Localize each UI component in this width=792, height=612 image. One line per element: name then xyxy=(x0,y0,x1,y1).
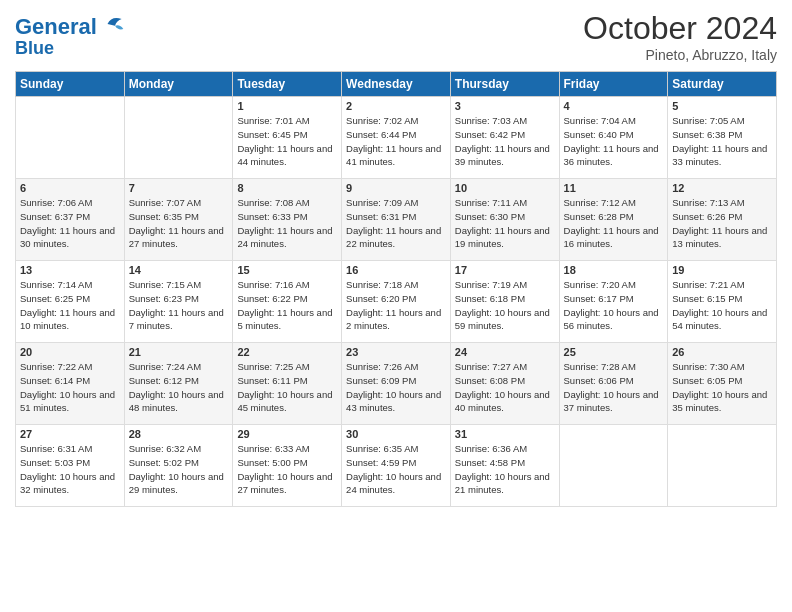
calendar-cell: 24Sunrise: 7:27 AMSunset: 6:08 PMDayligh… xyxy=(450,343,559,425)
day-number: 7 xyxy=(129,182,229,194)
day-number: 6 xyxy=(20,182,120,194)
day-number: 1 xyxy=(237,100,337,112)
header-day-tuesday: Tuesday xyxy=(233,72,342,97)
header-day-sunday: Sunday xyxy=(16,72,125,97)
header-day-thursday: Thursday xyxy=(450,72,559,97)
day-info: Sunrise: 6:31 AMSunset: 5:03 PMDaylight:… xyxy=(20,442,120,497)
calendar-cell: 1Sunrise: 7:01 AMSunset: 6:45 PMDaylight… xyxy=(233,97,342,179)
subtitle: Pineto, Abruzzo, Italy xyxy=(583,47,777,63)
day-number: 21 xyxy=(129,346,229,358)
logo-icon xyxy=(105,14,125,34)
calendar-cell: 7Sunrise: 7:07 AMSunset: 6:35 PMDaylight… xyxy=(124,179,233,261)
title-block: October 2024 Pineto, Abruzzo, Italy xyxy=(583,10,777,63)
calendar-cell: 11Sunrise: 7:12 AMSunset: 6:28 PMDayligh… xyxy=(559,179,668,261)
day-info: Sunrise: 7:04 AMSunset: 6:40 PMDaylight:… xyxy=(564,114,664,169)
day-number: 3 xyxy=(455,100,555,112)
calendar-cell: 16Sunrise: 7:18 AMSunset: 6:20 PMDayligh… xyxy=(342,261,451,343)
day-number: 19 xyxy=(672,264,772,276)
calendar-cell: 20Sunrise: 7:22 AMSunset: 6:14 PMDayligh… xyxy=(16,343,125,425)
calendar-cell: 19Sunrise: 7:21 AMSunset: 6:15 PMDayligh… xyxy=(668,261,777,343)
day-info: Sunrise: 6:35 AMSunset: 4:59 PMDaylight:… xyxy=(346,442,446,497)
day-number: 24 xyxy=(455,346,555,358)
day-number: 26 xyxy=(672,346,772,358)
day-number: 13 xyxy=(20,264,120,276)
day-info: Sunrise: 7:30 AMSunset: 6:05 PMDaylight:… xyxy=(672,360,772,415)
calendar-cell: 6Sunrise: 7:06 AMSunset: 6:37 PMDaylight… xyxy=(16,179,125,261)
calendar-cell: 13Sunrise: 7:14 AMSunset: 6:25 PMDayligh… xyxy=(16,261,125,343)
logo-blue: Blue xyxy=(15,39,125,59)
calendar-cell xyxy=(16,97,125,179)
week-row-2: 13Sunrise: 7:14 AMSunset: 6:25 PMDayligh… xyxy=(16,261,777,343)
calendar-cell: 5Sunrise: 7:05 AMSunset: 6:38 PMDaylight… xyxy=(668,97,777,179)
day-info: Sunrise: 7:07 AMSunset: 6:35 PMDaylight:… xyxy=(129,196,229,251)
day-info: Sunrise: 7:27 AMSunset: 6:08 PMDaylight:… xyxy=(455,360,555,415)
week-row-1: 6Sunrise: 7:06 AMSunset: 6:37 PMDaylight… xyxy=(16,179,777,261)
day-info: Sunrise: 7:03 AMSunset: 6:42 PMDaylight:… xyxy=(455,114,555,169)
day-info: Sunrise: 7:28 AMSunset: 6:06 PMDaylight:… xyxy=(564,360,664,415)
header-day-saturday: Saturday xyxy=(668,72,777,97)
day-info: Sunrise: 7:19 AMSunset: 6:18 PMDaylight:… xyxy=(455,278,555,333)
calendar-cell: 30Sunrise: 6:35 AMSunset: 4:59 PMDayligh… xyxy=(342,425,451,507)
calendar-cell: 25Sunrise: 7:28 AMSunset: 6:06 PMDayligh… xyxy=(559,343,668,425)
day-number: 15 xyxy=(237,264,337,276)
day-number: 18 xyxy=(564,264,664,276)
calendar-cell: 23Sunrise: 7:26 AMSunset: 6:09 PMDayligh… xyxy=(342,343,451,425)
calendar-cell: 3Sunrise: 7:03 AMSunset: 6:42 PMDaylight… xyxy=(450,97,559,179)
calendar-cell: 15Sunrise: 7:16 AMSunset: 6:22 PMDayligh… xyxy=(233,261,342,343)
calendar-cell: 31Sunrise: 6:36 AMSunset: 4:58 PMDayligh… xyxy=(450,425,559,507)
calendar-cell: 29Sunrise: 6:33 AMSunset: 5:00 PMDayligh… xyxy=(233,425,342,507)
header-row: SundayMondayTuesdayWednesdayThursdayFrid… xyxy=(16,72,777,97)
day-info: Sunrise: 7:02 AMSunset: 6:44 PMDaylight:… xyxy=(346,114,446,169)
day-number: 16 xyxy=(346,264,446,276)
day-info: Sunrise: 6:33 AMSunset: 5:00 PMDaylight:… xyxy=(237,442,337,497)
calendar-cell: 26Sunrise: 7:30 AMSunset: 6:05 PMDayligh… xyxy=(668,343,777,425)
day-info: Sunrise: 6:36 AMSunset: 4:58 PMDaylight:… xyxy=(455,442,555,497)
calendar-cell: 28Sunrise: 6:32 AMSunset: 5:02 PMDayligh… xyxy=(124,425,233,507)
day-info: Sunrise: 7:25 AMSunset: 6:11 PMDaylight:… xyxy=(237,360,337,415)
calendar-cell: 27Sunrise: 6:31 AMSunset: 5:03 PMDayligh… xyxy=(16,425,125,507)
day-number: 4 xyxy=(564,100,664,112)
day-number: 9 xyxy=(346,182,446,194)
day-number: 2 xyxy=(346,100,446,112)
day-number: 20 xyxy=(20,346,120,358)
header-day-monday: Monday xyxy=(124,72,233,97)
day-info: Sunrise: 7:14 AMSunset: 6:25 PMDaylight:… xyxy=(20,278,120,333)
day-number: 17 xyxy=(455,264,555,276)
day-info: Sunrise: 7:13 AMSunset: 6:26 PMDaylight:… xyxy=(672,196,772,251)
day-info: Sunrise: 7:21 AMSunset: 6:15 PMDaylight:… xyxy=(672,278,772,333)
day-info: Sunrise: 7:26 AMSunset: 6:09 PMDaylight:… xyxy=(346,360,446,415)
day-info: Sunrise: 7:18 AMSunset: 6:20 PMDaylight:… xyxy=(346,278,446,333)
day-number: 29 xyxy=(237,428,337,440)
day-number: 23 xyxy=(346,346,446,358)
week-row-3: 20Sunrise: 7:22 AMSunset: 6:14 PMDayligh… xyxy=(16,343,777,425)
day-number: 25 xyxy=(564,346,664,358)
calendar-cell: 12Sunrise: 7:13 AMSunset: 6:26 PMDayligh… xyxy=(668,179,777,261)
day-info: Sunrise: 7:12 AMSunset: 6:28 PMDaylight:… xyxy=(564,196,664,251)
day-info: Sunrise: 7:08 AMSunset: 6:33 PMDaylight:… xyxy=(237,196,337,251)
calendar-cell xyxy=(668,425,777,507)
day-number: 10 xyxy=(455,182,555,194)
day-info: Sunrise: 7:16 AMSunset: 6:22 PMDaylight:… xyxy=(237,278,337,333)
day-number: 27 xyxy=(20,428,120,440)
day-info: Sunrise: 7:11 AMSunset: 6:30 PMDaylight:… xyxy=(455,196,555,251)
calendar-cell: 2Sunrise: 7:02 AMSunset: 6:44 PMDaylight… xyxy=(342,97,451,179)
page: General Blue October 2024 Pineto, Abruzz… xyxy=(0,0,792,612)
day-number: 28 xyxy=(129,428,229,440)
calendar-cell: 8Sunrise: 7:08 AMSunset: 6:33 PMDaylight… xyxy=(233,179,342,261)
day-info: Sunrise: 7:24 AMSunset: 6:12 PMDaylight:… xyxy=(129,360,229,415)
logo: General Blue xyxy=(15,14,125,59)
calendar-cell: 9Sunrise: 7:09 AMSunset: 6:31 PMDaylight… xyxy=(342,179,451,261)
week-row-0: 1Sunrise: 7:01 AMSunset: 6:45 PMDaylight… xyxy=(16,97,777,179)
day-info: Sunrise: 6:32 AMSunset: 5:02 PMDaylight:… xyxy=(129,442,229,497)
header: General Blue October 2024 Pineto, Abruzz… xyxy=(15,10,777,63)
logo-text: General xyxy=(15,14,125,39)
calendar-cell xyxy=(124,97,233,179)
calendar-cell xyxy=(559,425,668,507)
day-info: Sunrise: 7:22 AMSunset: 6:14 PMDaylight:… xyxy=(20,360,120,415)
day-info: Sunrise: 7:01 AMSunset: 6:45 PMDaylight:… xyxy=(237,114,337,169)
calendar-cell: 10Sunrise: 7:11 AMSunset: 6:30 PMDayligh… xyxy=(450,179,559,261)
calendar-cell: 14Sunrise: 7:15 AMSunset: 6:23 PMDayligh… xyxy=(124,261,233,343)
day-number: 30 xyxy=(346,428,446,440)
calendar-cell: 18Sunrise: 7:20 AMSunset: 6:17 PMDayligh… xyxy=(559,261,668,343)
calendar-table: SundayMondayTuesdayWednesdayThursdayFrid… xyxy=(15,71,777,507)
